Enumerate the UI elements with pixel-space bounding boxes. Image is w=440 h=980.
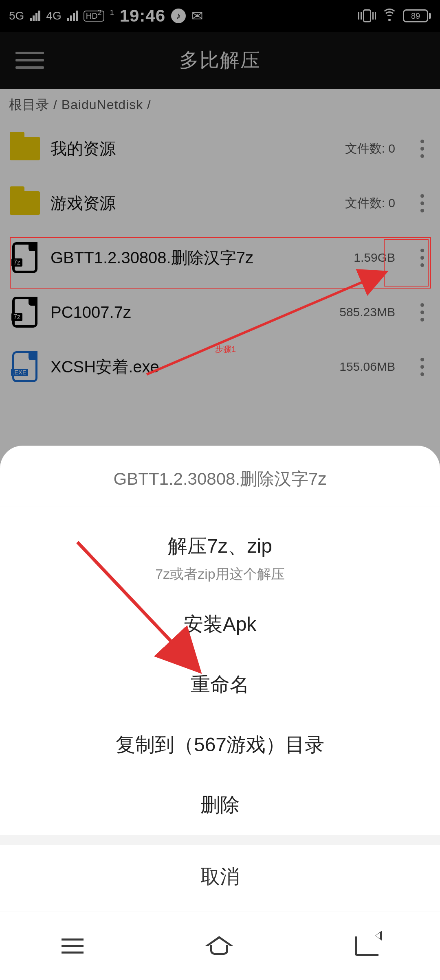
more-button[interactable] bbox=[413, 245, 431, 270]
file-name: 游戏资源 bbox=[51, 192, 335, 214]
battery-icon: 89 bbox=[403, 9, 431, 22]
network-5g-label: 5G bbox=[9, 9, 24, 22]
list-item[interactable]: 7z GBTT1.2.30808.删除汉字7z 1.59GB bbox=[0, 230, 440, 285]
file-name: 我的资源 bbox=[51, 138, 335, 160]
sheet-item-label: 安装Apk bbox=[184, 613, 257, 635]
list-item[interactable]: 7z PC1007.7z 585.23MB bbox=[0, 285, 440, 339]
list-item[interactable]: 我的资源 文件数: 0 bbox=[0, 121, 440, 176]
list-item[interactable]: 游戏资源 文件数: 0 bbox=[0, 176, 440, 230]
nav-back-button[interactable] bbox=[330, 928, 403, 964]
divider bbox=[0, 835, 440, 845]
sheet-item-extract[interactable]: 解压7z、zip 7z或者zip用这个解压 bbox=[0, 521, 440, 594]
sheet-item-delete[interactable]: 删除 bbox=[0, 775, 440, 835]
sheet-item-subtitle: 7z或者zip用这个解压 bbox=[0, 565, 440, 584]
sheet-item-label: 复制到（567游戏）目录 bbox=[116, 734, 324, 755]
signal-1-icon bbox=[30, 11, 40, 21]
file-list: 我的资源 文件数: 0 游戏资源 文件数: 0 7z GBTT1.2.30808… bbox=[0, 121, 440, 394]
exe-icon: .EXE bbox=[12, 351, 37, 382]
nav-recents-button[interactable] bbox=[37, 930, 108, 962]
back-icon bbox=[355, 936, 378, 956]
sheet-item-label: 解压7z、zip bbox=[0, 533, 440, 559]
clock: 19:46 bbox=[120, 6, 165, 26]
more-button[interactable] bbox=[413, 191, 431, 216]
sheet-title: GBTT1.2.30808.删除汉字7z bbox=[0, 464, 440, 507]
sheet-item-copy-to[interactable]: 复制到（567游戏）目录 bbox=[0, 715, 440, 775]
wechat-icon: ✉ bbox=[191, 8, 203, 24]
file-meta: 1.59GB bbox=[354, 251, 395, 265]
list-item[interactable]: .EXE XCSH安着.exe 155.06MB bbox=[0, 339, 440, 394]
divider bbox=[0, 507, 440, 507]
file-meta: 585.23MB bbox=[339, 305, 395, 319]
system-nav-bar bbox=[0, 912, 440, 980]
nav-home-button[interactable] bbox=[183, 930, 256, 963]
vibrate-icon bbox=[358, 9, 376, 22]
network-4g-label: 4G bbox=[46, 9, 61, 22]
file-meta: 文件数: 0 bbox=[345, 140, 395, 157]
archive-icon: 7z bbox=[12, 242, 37, 273]
sheet-item-label: 删除 bbox=[200, 794, 240, 816]
app-title: 多比解压 bbox=[0, 47, 440, 73]
hd-badge: HD2 bbox=[84, 11, 104, 22]
recents-icon bbox=[62, 938, 84, 954]
music-app-icon: ♪ bbox=[171, 9, 186, 23]
file-name: XCSH安着.exe bbox=[51, 356, 330, 378]
sim-indicator: 1 bbox=[110, 9, 114, 17]
action-sheet: GBTT1.2.30808.删除汉字7z 解压7z、zip 7z或者zip用这个… bbox=[0, 446, 440, 912]
sheet-cancel-button[interactable]: 取消 bbox=[0, 845, 440, 912]
sheet-item-install-apk[interactable]: 安装Apk bbox=[0, 594, 440, 654]
file-meta: 文件数: 0 bbox=[345, 195, 395, 212]
more-button[interactable] bbox=[413, 300, 431, 325]
folder-icon bbox=[10, 137, 40, 160]
more-button[interactable] bbox=[413, 136, 431, 161]
status-bar: 5G 4G HD2 1 19:46 ♪ ✉ 89 bbox=[0, 0, 440, 32]
folder-icon bbox=[10, 191, 40, 215]
signal-2-icon bbox=[67, 11, 78, 21]
more-button[interactable] bbox=[413, 354, 431, 379]
app-header: 多比解压 bbox=[0, 32, 440, 89]
breadcrumb[interactable]: 根目录 / BaiduNetdisk / bbox=[0, 89, 440, 121]
wifi-icon bbox=[383, 11, 396, 21]
sheet-item-rename[interactable]: 重命名 bbox=[0, 654, 440, 715]
archive-icon: 7z bbox=[12, 297, 37, 328]
home-icon bbox=[207, 938, 231, 955]
file-name: GBTT1.2.30808.删除汉字7z bbox=[51, 247, 344, 269]
file-meta: 155.06MB bbox=[339, 360, 395, 374]
menu-button[interactable] bbox=[11, 48, 48, 73]
file-name: PC1007.7z bbox=[51, 303, 330, 322]
sheet-item-label: 重命名 bbox=[191, 674, 249, 695]
